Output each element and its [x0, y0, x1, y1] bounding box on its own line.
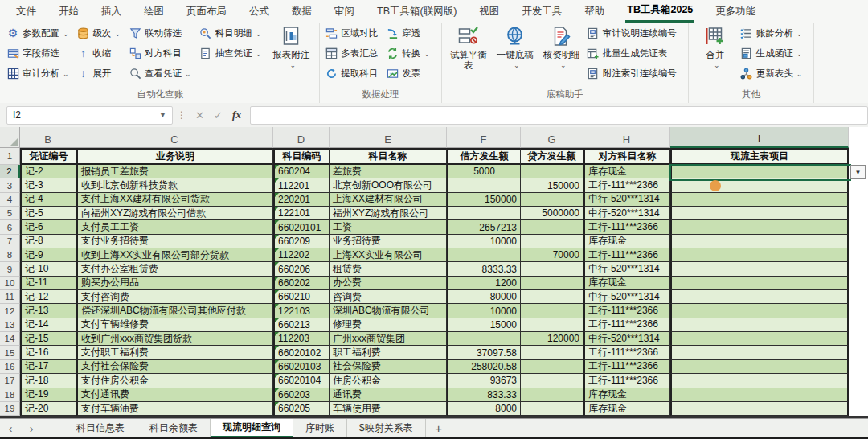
cell-D15[interactable]: 66020102	[273, 346, 330, 359]
chevron-down-icon[interactable]: ⌄	[796, 50, 803, 58]
column-header-I[interactable]: I	[670, 127, 849, 148]
row-header-10[interactable]: 10	[0, 277, 20, 290]
cell-F16[interactable]: 258020.58	[447, 360, 521, 374]
cell-I10[interactable]	[670, 277, 849, 290]
cell-E3[interactable]: 北京创新OOO有限公司	[330, 178, 447, 192]
cell-E18[interactable]: 通讯费	[330, 388, 447, 402]
convert-button[interactable]: 转换⌄	[385, 43, 430, 64]
cell-D13[interactable]: 660213	[273, 318, 330, 332]
table-header-cell[interactable]: 现流主表项目	[670, 148, 849, 165]
row-header-4[interactable]: 4	[0, 193, 20, 207]
menu-tab-tb-toolbox-2025[interactable]: TB工具箱2025	[625, 0, 694, 23]
cell-G13[interactable]	[521, 318, 583, 332]
cell-D2[interactable]: 660204	[273, 165, 330, 178]
update-header-button[interactable]: 更新表头⌄	[739, 64, 803, 84]
cell-B11[interactable]: 记-12	[20, 290, 76, 304]
cell-I17[interactable]	[670, 374, 849, 388]
row-header-5[interactable]: 5	[0, 207, 20, 220]
cell-G6[interactable]	[521, 220, 583, 234]
report-notes-button[interactable]: 报表附注⌄	[268, 23, 313, 71]
cell-B2[interactable]: 记-2	[20, 165, 76, 178]
chevron-down-icon[interactable]: ▼	[159, 111, 166, 119]
cell-D9[interactable]: 660206	[273, 262, 330, 276]
menu-tab-insert[interactable]: 插入	[100, 0, 123, 23]
column-header-B[interactable]: B	[20, 127, 76, 148]
row-header-19[interactable]: 19	[0, 402, 20, 416]
cell-B8[interactable]: 记-9	[20, 248, 76, 262]
menu-tab-review[interactable]: 审阅	[333, 0, 356, 23]
cell-C16[interactable]: 支付社会保险费	[76, 360, 273, 374]
audit-note-serial-number-button[interactable]: 审计说明连续编号	[586, 23, 677, 43]
field-filter-button[interactable]: 字段筛选	[6, 43, 69, 64]
cell-E16[interactable]: 社会保险费	[330, 360, 447, 374]
cell-E12[interactable]: 深圳ABC物流有限公司	[330, 304, 447, 318]
sheet-nav-right-icon[interactable]: ›	[21, 419, 42, 437]
row-header-14[interactable]: 14	[0, 332, 20, 346]
extract-subject-button[interactable]: 提取科目	[324, 64, 378, 84]
cell-C15[interactable]: 支付职工福利费	[76, 346, 273, 359]
menu-tab-home[interactable]: 开始	[57, 0, 80, 23]
subject-detail-button[interactable]: 科目明细⌄	[199, 23, 262, 43]
cell-I4[interactable]	[670, 193, 849, 207]
cell-E5[interactable]: 福州XYZ游戏有限公司	[330, 207, 447, 220]
cell-F18[interactable]: 833.33	[447, 388, 521, 402]
row-header-3[interactable]: 3	[0, 178, 20, 192]
chevron-down-icon[interactable]: ⌄	[514, 60, 520, 71]
menu-tab-tb-toolbox-online[interactable]: TB工具箱(联网版)	[375, 0, 458, 23]
cell-B7[interactable]: 记-8	[20, 235, 76, 248]
chevron-down-icon[interactable]: ⌄	[796, 70, 803, 78]
cell-H11[interactable]: 中行-520***1314	[583, 290, 670, 304]
cell-I2[interactable]	[670, 165, 849, 178]
cell-I16[interactable]	[670, 360, 849, 374]
cell-H10[interactable]: 库存现金	[583, 277, 670, 290]
cell-D5[interactable]: 122101	[273, 207, 330, 220]
cell-D6[interactable]: 66020101	[273, 220, 330, 234]
cell-C5[interactable]: 向福州XYZ游戏有限公司借款	[76, 207, 273, 220]
cell-I5[interactable]	[670, 207, 849, 220]
cell-C6[interactable]: 支付员工工资	[76, 220, 273, 234]
row-header-9[interactable]: 9	[0, 262, 20, 276]
chevron-down-icon[interactable]: ⌄	[256, 50, 262, 58]
cell-C11[interactable]: 支付咨询费	[76, 290, 273, 304]
cell-C7[interactable]: 支付业务招待费	[76, 235, 273, 248]
cell-B19[interactable]: 记-20	[20, 402, 76, 416]
insert-function-button[interactable]: fx	[227, 109, 246, 121]
cell-F12[interactable]: 10000	[447, 304, 521, 318]
menu-tab-view[interactable]: 视图	[477, 0, 501, 23]
cell-I13[interactable]	[670, 318, 849, 332]
cell-H2[interactable]: 库存现金	[583, 165, 670, 178]
cell-F11[interactable]: 80000	[447, 290, 521, 304]
cell-D12[interactable]: 122103	[273, 304, 330, 318]
cell-G10[interactable]	[521, 277, 583, 290]
table-header-cell[interactable]: 贷方发生额	[521, 148, 583, 165]
cell-F7[interactable]: 10000	[447, 235, 521, 248]
name-box[interactable]: I2 ▼	[6, 106, 173, 125]
column-header-F[interactable]: F	[447, 127, 521, 148]
cell-C2[interactable]: 报销员工差旅费	[76, 165, 273, 178]
table-header-cell[interactable]: 凭证编号	[20, 148, 76, 165]
row-header-8[interactable]: 8	[0, 248, 20, 262]
opposite-account-button[interactable]: 对方科目	[128, 43, 191, 64]
table-header-cell[interactable]: 科目编码	[273, 148, 330, 165]
merge-button[interactable]: 合并⌄	[693, 23, 738, 71]
param-config-button[interactable]: ⚙参数配置⌄	[6, 23, 69, 43]
cell-C3[interactable]: 收到北京创新科技货款	[76, 178, 273, 192]
menu-tab-more-features[interactable]: 更多功能	[714, 0, 757, 23]
cell-G7[interactable]	[521, 235, 583, 248]
column-header-E[interactable]: E	[330, 127, 447, 148]
cell-I14[interactable]	[670, 332, 849, 346]
invoice-button[interactable]: 发票	[385, 64, 430, 84]
formula-input[interactable]	[250, 106, 868, 125]
cell-E4[interactable]: 上海XX建材有限公司	[330, 193, 447, 207]
cell-H18[interactable]: 库存现金	[583, 388, 670, 402]
chevron-down-icon[interactable]: ⌄	[796, 30, 803, 38]
cell-G9[interactable]	[521, 262, 583, 276]
cell-B16[interactable]: 记-17	[20, 360, 76, 374]
row-header-17[interactable]: 17	[0, 374, 20, 388]
cell-I18[interactable]	[670, 388, 849, 402]
cell-H19[interactable]: 库存现金	[583, 402, 670, 416]
cell-H12[interactable]: 工行-111***2366	[583, 304, 670, 318]
cell-I9[interactable]	[670, 262, 849, 276]
table-header-cell[interactable]: 对方科目名称	[583, 148, 670, 165]
cell-C14[interactable]: 收到广州xxx商贸集团货款	[76, 332, 273, 346]
